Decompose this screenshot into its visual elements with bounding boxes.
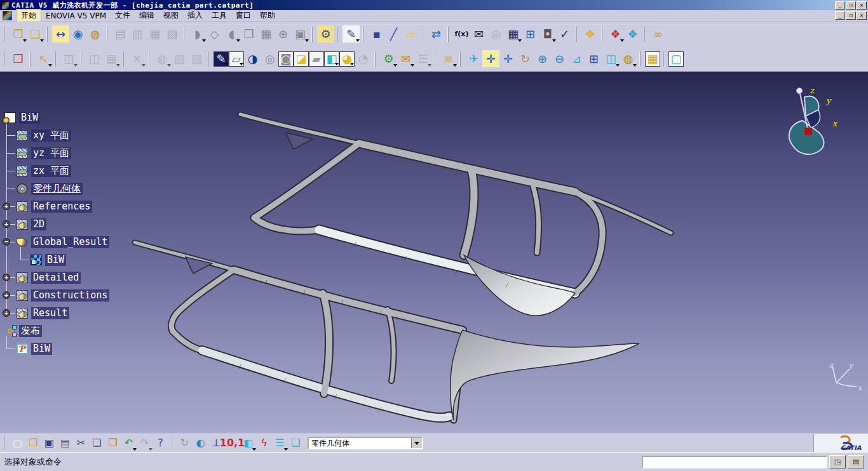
tree-label[interactable]: Result <box>31 307 69 319</box>
tree-expander[interactable]: + <box>3 202 10 210</box>
tree-label[interactable]: yz 平面 <box>31 147 71 159</box>
tree-expander[interactable]: + <box>3 220 10 228</box>
bounding-box-icon[interactable]: ▣ <box>292 25 309 43</box>
positioned-sketch-icon[interactable]: ▱ <box>229 51 244 67</box>
tree-expander[interactable]: + <box>3 291 10 299</box>
list-grayed-icon[interactable]: ☰ <box>414 50 431 67</box>
tree-label[interactable]: xy 平面 <box>31 129 71 142</box>
open-icon[interactable]: ❐ <box>25 435 41 451</box>
body-tool-3-icon[interactable]: ▦ <box>146 25 163 43</box>
menu-工具[interactable]: 工具 <box>207 10 231 22</box>
quarter-panel-lower[interactable] <box>451 330 639 420</box>
tree-item-BiW[interactable]: ƤBiW <box>1 340 166 357</box>
toolbar-handle[interactable] <box>29 51 32 67</box>
tree-label[interactable]: 零件几何体 <box>31 183 83 195</box>
zoom-out-icon[interactable]: ⊖ <box>551 50 568 67</box>
new-icon[interactable]: ▢ <box>10 435 25 451</box>
tree-label[interactable]: zx 平面 <box>31 165 71 177</box>
comment-icon[interactable]: ✉ <box>470 25 487 43</box>
toolbar-handle[interactable] <box>4 51 6 67</box>
toolbar-handle[interactable] <box>576 27 578 42</box>
toolbar-handle[interactable] <box>644 27 646 42</box>
fly-mode-icon[interactable]: ✈ <box>465 50 482 67</box>
close-button[interactable]: ✕ <box>857 1 867 10</box>
hide-show-icon[interactable]: ▦ <box>645 51 660 67</box>
split-solid-icon[interactable]: ◖ <box>223 25 240 43</box>
bolt-icon[interactable]: ϟ <box>256 435 272 451</box>
body-tool-1-icon[interactable]: ▤ <box>112 25 129 43</box>
import-data-icon[interactable]: ❒ <box>10 50 27 67</box>
menu-帮助[interactable]: 帮助 <box>255 10 280 22</box>
tree-label[interactable]: 2D <box>31 218 46 230</box>
body-side-frame-upper[interactable] <box>240 114 671 315</box>
document-template-icon[interactable]: ❖ <box>624 25 641 43</box>
volume-icon[interactable]: ◧ <box>324 51 339 67</box>
power-input-field[interactable] <box>642 456 827 468</box>
tree-item-零件几何体[interactable]: ⚙零件几何体 <box>1 180 166 197</box>
pan-icon[interactable]: ✛ <box>499 50 517 67</box>
lock-small-icon[interactable]: ◎ <box>487 25 505 43</box>
surfaces-stack-icon[interactable]: ≋ <box>440 50 457 67</box>
planes-display-icon[interactable]: ◫ <box>86 50 103 67</box>
extrude-icon[interactable]: ▰ <box>309 51 324 67</box>
tree-item-References[interactable]: +References <box>1 197 166 215</box>
toolbar-handle[interactable] <box>55 51 57 67</box>
toolbar-handle[interactable] <box>639 51 642 67</box>
tree-label[interactable]: Detailed <box>31 272 81 284</box>
body-tool-2-icon[interactable]: ▥ <box>129 25 146 43</box>
multi-section-icon[interactable]: ◑ <box>244 50 261 67</box>
update-gears-icon[interactable]: ⚙ <box>380 50 397 67</box>
axis-target-icon[interactable]: ⊕ <box>275 25 292 43</box>
body-side-frame-lower[interactable] <box>135 242 639 420</box>
measure-between-icon[interactable]: ↔ <box>52 25 69 43</box>
menu-ENOVIA V5 VPM[interactable]: ENOVIA V5 VPM <box>41 11 111 21</box>
thick-surface-icon[interactable]: ◗ <box>189 25 206 43</box>
toolbar-handle[interactable] <box>337 27 339 42</box>
toolbar-handle[interactable] <box>362 27 365 42</box>
catalog-browser-icon[interactable]: ⚙ <box>317 25 334 43</box>
toolbar-handle[interactable] <box>311 27 314 42</box>
formula-icon[interactable]: f(x) <box>453 25 470 43</box>
sew-surface-icon[interactable]: ❒ <box>240 25 257 43</box>
menu-编辑[interactable]: 编辑 <box>135 10 159 22</box>
plane-icon[interactable]: ▱ <box>402 25 419 43</box>
restore-button[interactable]: ❐ <box>846 1 856 10</box>
minimize-button[interactable]: _ <box>835 1 845 10</box>
menu-开始[interactable]: 开始 <box>16 9 41 22</box>
snap-coords-icon[interactable]: 10,1 <box>224 435 240 451</box>
grid-icon[interactable]: ▦ <box>103 50 120 67</box>
multi-view-icon[interactable]: ⊞ <box>585 50 602 67</box>
dropdown-arrow[interactable] <box>116 64 120 67</box>
toolbar-handle[interactable] <box>106 27 109 42</box>
toolbar-handle[interactable] <box>663 51 665 67</box>
toolbar-handle[interactable] <box>80 51 83 67</box>
tree-label[interactable]: 发布 <box>19 325 42 337</box>
rotate-icon[interactable]: ↻ <box>517 50 534 67</box>
components-icon[interactable]: ∞ <box>649 25 667 43</box>
tree-item-Detailed[interactable]: +Detailed <box>1 269 166 286</box>
snap-icon[interactable]: ✕ <box>128 50 146 67</box>
list-icon[interactable]: ☰ <box>272 435 288 451</box>
powercopy-icon[interactable]: ❖ <box>581 25 599 43</box>
tree-item-zx 平面[interactable]: zx 平面 <box>1 162 166 180</box>
tree-expander[interactable]: + <box>3 309 10 317</box>
measure-inertia-icon[interactable]: ◉ <box>69 25 86 43</box>
menu-插入[interactable]: 插入 <box>183 10 207 22</box>
open-folder-arrow-icon[interactable]: ❏ <box>27 25 44 43</box>
toolbar-handle[interactable] <box>148 51 151 67</box>
swap-space-icon[interactable]: ▢ <box>668 51 684 67</box>
zoom-in-icon[interactable]: ⊕ <box>534 50 551 67</box>
tree-item-Result[interactable]: +Result <box>1 304 166 322</box>
open-folder-pen-icon[interactable]: ❐ <box>10 25 27 43</box>
view-exchange-icon[interactable]: ⇄ <box>428 25 445 43</box>
power-input-toggle-button[interactable]: ◳ <box>829 455 846 468</box>
tree-label[interactable]: Global_Result <box>31 236 109 248</box>
catalog-instance-icon[interactable]: ❖ <box>607 25 624 43</box>
dropdown-arrow[interactable] <box>428 64 431 67</box>
tree-expander[interactable]: − <box>3 238 10 246</box>
relations-icon[interactable]: ⊞ <box>522 25 539 43</box>
toolbar-handle[interactable] <box>601 27 604 42</box>
book-surfaces-icon[interactable]: ❏ <box>288 435 304 451</box>
dropdown-arrow[interactable] <box>48 64 52 67</box>
save-icon[interactable]: ▣ <box>41 435 57 451</box>
